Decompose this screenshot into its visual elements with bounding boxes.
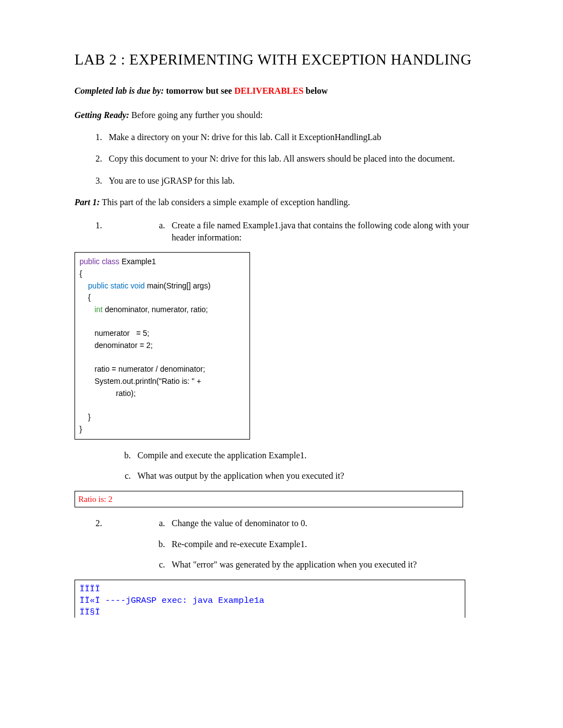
step1-substeps-cont: Compile and execute the application Exam…	[75, 449, 488, 482]
part1-steps: Create a file named Example1.java that c…	[75, 220, 488, 243]
answer-box-ratio: Ratio is: 2	[75, 491, 463, 507]
code-keyword: public class	[79, 257, 119, 266]
due-text2: below	[304, 86, 328, 95]
code-block-example1: public class Example1 { public static vo…	[75, 252, 250, 439]
getting-ready-text: Before going any further you should:	[129, 110, 263, 120]
step1-substeps: Create a file named Example1.java that c…	[109, 220, 488, 243]
due-line: Completed lab is due by: tomorrow but se…	[75, 85, 488, 97]
part1-label: Part 1:	[75, 197, 100, 207]
code-text: System.out.println("Ratio is: " +	[79, 377, 201, 386]
part1-steps-cont: Change the value of denominator to 0. Re…	[75, 517, 488, 571]
list-item: Copy this document to your N: drive for …	[104, 153, 488, 165]
code-keyword: public static void	[79, 281, 145, 290]
getting-ready-label: Getting Ready:	[75, 110, 129, 120]
code-text: main(String[] args)	[145, 281, 210, 290]
code-keyword: int	[79, 305, 103, 314]
error-output-box: ÏÏÏÏ ÏÏ«Ï ----jGRASP exec: java Example1…	[75, 580, 465, 618]
list-item: You are to use jGRASP for this lab.	[104, 175, 488, 187]
code-text: }	[79, 425, 82, 433]
list-item: What was output by the application when …	[133, 470, 488, 482]
list-item: Create a file named Example1.java that c…	[167, 220, 488, 243]
step2-substeps: Change the value of denominator to 0. Re…	[109, 517, 488, 571]
due-text1: tomorrow but see	[164, 86, 235, 95]
part1-line: Part 1: This part of the lab considers a…	[75, 196, 488, 208]
list-item: Create a file named Example1.java that c…	[104, 220, 488, 243]
code-text: {	[79, 293, 91, 302]
code-text: }	[79, 413, 91, 421]
list-item: Change the value of denominator to 0. Re…	[104, 517, 488, 571]
due-label: Completed lab is due by:	[75, 86, 164, 95]
list-item: Make a directory on your N: drive for th…	[104, 131, 488, 143]
ready-steps-list: Make a directory on your N: drive for th…	[75, 131, 488, 187]
code-text: ratio);	[79, 389, 136, 398]
list-item: Re-compile and re-execute Example1.	[167, 538, 488, 550]
code-text: ratio = numerator / denominator;	[79, 365, 205, 373]
code-text: denominator, numerator, ratio;	[103, 305, 208, 314]
list-item: Compile and execute the application Exam…	[133, 449, 488, 462]
code-text: numerator = 5;	[79, 329, 149, 338]
list-item: What "error" was generated by the applic…	[167, 559, 488, 571]
list-item: Change the value of denominator to 0.	[167, 517, 488, 529]
code-text: {	[79, 269, 82, 278]
deliverables-word: DELIVERABLES	[234, 86, 303, 95]
part1-text: This part of the lab considers a simple …	[100, 197, 350, 207]
page-title: LAB 2 : EXPERIMENTING WITH EXCEPTION HAN…	[75, 50, 488, 69]
getting-ready-line: Getting Ready: Before going any further …	[75, 109, 488, 121]
code-text: denominator = 2;	[79, 341, 153, 350]
code-text: Example1	[119, 257, 156, 266]
